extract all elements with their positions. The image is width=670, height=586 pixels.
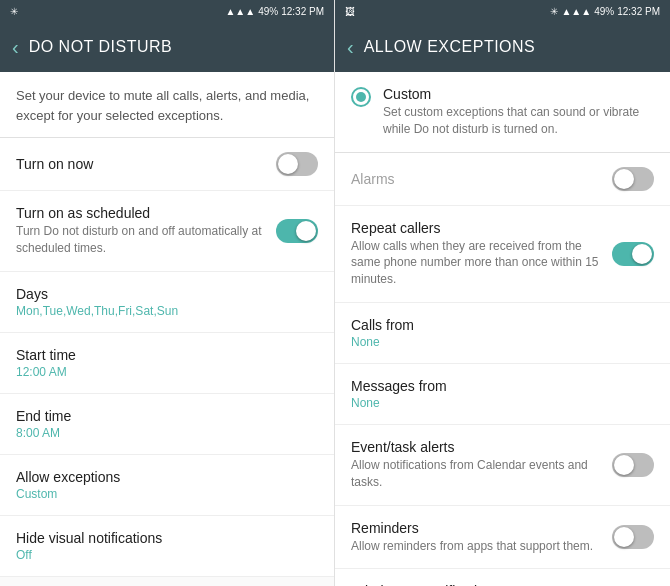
time-label-right: 12:32 PM — [617, 6, 660, 17]
turn-on-scheduled-toggle[interactable] — [276, 219, 318, 243]
page-title-left: DO NOT DISTURB — [29, 38, 173, 56]
event-task-sublabel: Allow notifications from Calendar events… — [351, 457, 602, 491]
toggle-thumb — [296, 221, 316, 241]
custom-description: Set custom exceptions that can sound or … — [383, 104, 654, 138]
days-item[interactable]: Days Mon,Tue,Wed,Thu,Fri,Sat,Sun — [0, 272, 334, 333]
right-content: Custom Set custom exceptions that can so… — [335, 72, 670, 586]
custom-option-item[interactable]: Custom Set custom exceptions that can so… — [335, 72, 670, 153]
repeat-callers-sublabel: Allow calls when they are received from … — [351, 238, 602, 288]
days-sublabel: Mon,Tue,Wed,Thu,Fri,Sat,Sun — [16, 304, 318, 318]
toggle-thumb — [614, 169, 634, 189]
start-time-sublabel: 12:00 AM — [16, 365, 318, 379]
calls-from-item[interactable]: Calls from None — [335, 303, 670, 364]
days-label: Days — [16, 286, 318, 302]
toggle-thumb — [278, 154, 298, 174]
turn-on-scheduled-sublabel: Turn Do not disturb on and off automatic… — [16, 223, 266, 257]
messages-from-label: Messages from — [351, 378, 654, 394]
bluetooth-icon-right: ✳ — [550, 6, 558, 17]
start-time-label: Start time — [16, 347, 318, 363]
status-bar-right: 🖼 ✳ ▲▲▲ 49% 12:32 PM — [335, 0, 670, 22]
alarms-label: Alarms — [351, 171, 602, 187]
page-title-right: ALLOW EXCEPTIONS — [364, 38, 536, 56]
back-button-right[interactable]: ‹ — [347, 36, 354, 59]
start-time-item[interactable]: Start time 12:00 AM — [0, 333, 334, 394]
reminders-item[interactable]: Reminders Allow reminders from apps that… — [335, 506, 670, 570]
battery-label-right: 49% — [594, 6, 614, 17]
reminders-label: Reminders — [351, 520, 602, 536]
calls-from-label: Calls from — [351, 317, 654, 333]
end-time-label: End time — [16, 408, 318, 424]
repeat-callers-toggle[interactable] — [612, 242, 654, 266]
status-bar-left: ✳ ▲▲▲ 49% 12:32 PM — [0, 0, 334, 22]
alarms-toggle[interactable] — [612, 167, 654, 191]
toggle-thumb — [614, 455, 634, 475]
hide-visual-item[interactable]: Hide visual notifications Off — [0, 516, 334, 577]
alarms-item[interactable]: Alarms — [335, 153, 670, 206]
battery-label: 49% — [258, 6, 278, 17]
left-header: ‹ DO NOT DISTURB — [0, 22, 334, 72]
signal-icon: ▲▲▲ — [225, 6, 255, 17]
custom-title: Custom — [383, 86, 654, 102]
repeat-callers-label: Repeat callers — [351, 220, 602, 236]
allow-exceptions-label: Allow exceptions — [16, 469, 318, 485]
bluetooth-icon: ✳ — [10, 6, 18, 17]
turn-on-scheduled-item[interactable]: Turn on as scheduled Turn Do not disturb… — [0, 191, 334, 272]
image-icon: 🖼 — [345, 6, 355, 17]
right-header: ‹ ALLOW EXCEPTIONS — [335, 22, 670, 72]
priority-app-item[interactable]: Priority app notifications Allow notific… — [335, 569, 670, 586]
messages-from-item[interactable]: Messages from None — [335, 364, 670, 425]
custom-radio[interactable] — [351, 87, 371, 107]
repeat-callers-item[interactable]: Repeat callers Allow calls when they are… — [335, 206, 670, 303]
right-panel: 🖼 ✳ ▲▲▲ 49% 12:32 PM ‹ ALLOW EXCEPTIONS … — [335, 0, 670, 586]
allow-exceptions-sublabel: Custom — [16, 487, 318, 501]
end-time-sublabel: 8:00 AM — [16, 426, 318, 440]
turn-on-now-toggle[interactable] — [276, 152, 318, 176]
radio-selected-dot — [356, 92, 366, 102]
reminders-sublabel: Allow reminders from apps that support t… — [351, 538, 602, 555]
turn-on-scheduled-label: Turn on as scheduled — [16, 205, 266, 221]
reminders-toggle[interactable] — [612, 525, 654, 549]
end-time-item[interactable]: End time 8:00 AM — [0, 394, 334, 455]
calls-from-sublabel: None — [351, 335, 654, 349]
time-label: 12:32 PM — [281, 6, 324, 17]
hide-visual-sublabel: Off — [16, 548, 318, 562]
back-button[interactable]: ‹ — [12, 36, 19, 59]
left-panel: ✳ ▲▲▲ 49% 12:32 PM ‹ DO NOT DISTURB Set … — [0, 0, 335, 586]
toggle-thumb — [614, 527, 634, 547]
allow-exceptions-item[interactable]: Allow exceptions Custom — [0, 455, 334, 516]
description-text: Set your device to mute all calls, alert… — [0, 72, 334, 138]
event-task-item[interactable]: Event/task alerts Allow notifications fr… — [335, 425, 670, 506]
event-task-label: Event/task alerts — [351, 439, 602, 455]
turn-on-now-item[interactable]: Turn on now — [0, 138, 334, 191]
hide-visual-label: Hide visual notifications — [16, 530, 318, 546]
messages-from-sublabel: None — [351, 396, 654, 410]
signal-icon-right: ▲▲▲ — [561, 6, 591, 17]
event-task-toggle[interactable] — [612, 453, 654, 477]
left-content: Set your device to mute all calls, alert… — [0, 72, 334, 586]
turn-on-now-label: Turn on now — [16, 156, 266, 172]
toggle-thumb — [632, 244, 652, 264]
